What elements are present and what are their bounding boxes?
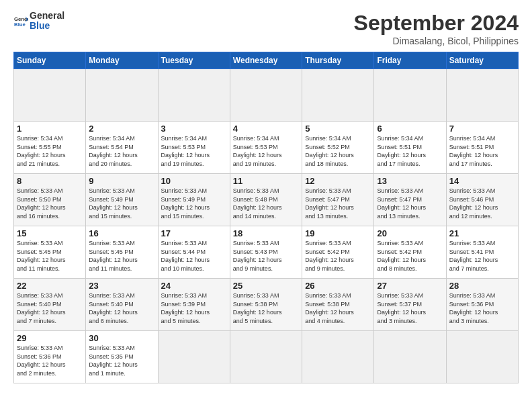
calendar-cell: 13Sunrise: 5:33 AM Sunset: 5:47 PM Dayli… (374, 174, 446, 226)
day-number: 18 (233, 228, 299, 238)
day-info: Sunrise: 5:33 AM Sunset: 5:37 PM Dayligh… (377, 291, 443, 325)
calendar-cell (374, 331, 446, 383)
weekday-header: SundayMondayTuesdayWednesdayThursdayFrid… (14, 52, 519, 69)
calendar-week-row: 22Sunrise: 5:33 AM Sunset: 5:40 PM Dayli… (14, 279, 519, 331)
day-number: 7 (449, 124, 515, 134)
calendar-cell: 19Sunrise: 5:33 AM Sunset: 5:42 PM Dayli… (302, 226, 374, 279)
calendar-cell: 2Sunrise: 5:34 AM Sunset: 5:54 PM Daylig… (86, 122, 158, 174)
calendar-cell: 26Sunrise: 5:33 AM Sunset: 5:38 PM Dayli… (302, 279, 374, 331)
day-number: 5 (305, 124, 371, 134)
day-info: Sunrise: 5:34 AM Sunset: 5:51 PM Dayligh… (377, 134, 443, 168)
calendar-cell: 15Sunrise: 5:33 AM Sunset: 5:45 PM Dayli… (14, 226, 86, 279)
page-subtitle: Dimasalang, Bicol, Philippines (354, 36, 519, 46)
calendar-cell: 20Sunrise: 5:33 AM Sunset: 5:42 PM Dayli… (374, 226, 446, 279)
calendar-week-row: 1Sunrise: 5:34 AM Sunset: 5:55 PM Daylig… (14, 122, 519, 174)
day-info: Sunrise: 5:33 AM Sunset: 5:38 PM Dayligh… (233, 291, 299, 325)
day-info: Sunrise: 5:33 AM Sunset: 5:35 PM Dayligh… (89, 344, 154, 377)
day-number: 23 (89, 281, 154, 291)
day-info: Sunrise: 5:33 AM Sunset: 5:42 PM Dayligh… (305, 239, 371, 273)
weekday-header-cell: Thursday (302, 52, 374, 69)
day-number: 19 (305, 228, 371, 238)
day-info: Sunrise: 5:33 AM Sunset: 5:40 PM Dayligh… (17, 291, 83, 325)
calendar-week-row (14, 69, 519, 122)
calendar-cell (158, 69, 230, 122)
calendar-cell (446, 69, 518, 122)
calendar-week-row: 29Sunrise: 5:33 AM Sunset: 5:36 PM Dayli… (14, 331, 519, 383)
day-number: 1 (17, 124, 83, 134)
calendar-cell: 30Sunrise: 5:33 AM Sunset: 5:35 PM Dayli… (86, 331, 158, 383)
day-number: 12 (305, 176, 371, 186)
day-info: Sunrise: 5:33 AM Sunset: 5:38 PM Dayligh… (305, 291, 371, 325)
calendar-cell: 27Sunrise: 5:33 AM Sunset: 5:37 PM Dayli… (374, 279, 446, 331)
calendar-cell: 5Sunrise: 5:34 AM Sunset: 5:52 PM Daylig… (302, 122, 374, 174)
day-info: Sunrise: 5:33 AM Sunset: 5:49 PM Dayligh… (161, 187, 227, 220)
day-number: 9 (89, 176, 154, 186)
calendar-cell: 9Sunrise: 5:33 AM Sunset: 5:49 PM Daylig… (86, 174, 158, 226)
calendar-body: 1Sunrise: 5:34 AM Sunset: 5:55 PM Daylig… (14, 69, 519, 383)
day-info: Sunrise: 5:33 AM Sunset: 5:47 PM Dayligh… (377, 187, 443, 220)
day-number: 15 (17, 228, 83, 238)
day-info: Sunrise: 5:33 AM Sunset: 5:39 PM Dayligh… (161, 291, 227, 325)
calendar-cell: 7Sunrise: 5:34 AM Sunset: 5:51 PM Daylig… (446, 122, 518, 174)
day-number: 24 (161, 281, 227, 291)
day-info: Sunrise: 5:33 AM Sunset: 5:44 PM Dayligh… (161, 239, 227, 273)
page-title: September 2024 (354, 11, 519, 36)
day-number: 22 (17, 281, 83, 291)
day-info: Sunrise: 5:34 AM Sunset: 5:55 PM Dayligh… (17, 134, 83, 168)
calendar-week-row: 8Sunrise: 5:33 AM Sunset: 5:50 PM Daylig… (14, 174, 519, 226)
day-number: 11 (233, 176, 299, 186)
day-number: 14 (449, 176, 515, 186)
day-info: Sunrise: 5:33 AM Sunset: 5:45 PM Dayligh… (89, 239, 154, 273)
weekday-header-cell: Monday (86, 52, 158, 69)
day-number: 13 (377, 176, 443, 186)
logo: General Blue General Blue (13, 11, 64, 32)
calendar-cell: 11Sunrise: 5:33 AM Sunset: 5:48 PM Dayli… (230, 174, 302, 226)
calendar-cell: 25Sunrise: 5:33 AM Sunset: 5:38 PM Dayli… (230, 279, 302, 331)
logo-blue: Blue (30, 21, 64, 31)
day-number: 29 (17, 333, 83, 343)
day-info: Sunrise: 5:33 AM Sunset: 5:49 PM Dayligh… (89, 187, 154, 220)
day-info: Sunrise: 5:33 AM Sunset: 5:40 PM Dayligh… (89, 291, 154, 325)
calendar-cell: 3Sunrise: 5:34 AM Sunset: 5:53 PM Daylig… (158, 122, 230, 174)
calendar-cell: 21Sunrise: 5:33 AM Sunset: 5:41 PM Dayli… (446, 226, 518, 279)
day-number: 30 (89, 333, 154, 343)
calendar-table: SundayMondayTuesdayWednesdayThursdayFrid… (13, 52, 519, 383)
day-info: Sunrise: 5:33 AM Sunset: 5:36 PM Dayligh… (449, 291, 515, 325)
calendar-cell (14, 69, 86, 122)
day-number: 26 (305, 281, 371, 291)
day-info: Sunrise: 5:34 AM Sunset: 5:51 PM Dayligh… (449, 134, 515, 168)
day-info: Sunrise: 5:34 AM Sunset: 5:53 PM Dayligh… (233, 134, 299, 168)
calendar-cell (158, 331, 230, 383)
day-number: 2 (89, 124, 154, 134)
svg-text:Blue: Blue (14, 21, 26, 28)
calendar-cell: 8Sunrise: 5:33 AM Sunset: 5:50 PM Daylig… (14, 174, 86, 226)
calendar-cell: 6Sunrise: 5:34 AM Sunset: 5:51 PM Daylig… (374, 122, 446, 174)
calendar-cell (86, 69, 158, 122)
calendar-cell: 12Sunrise: 5:33 AM Sunset: 5:47 PM Dayli… (302, 174, 374, 226)
calendar-cell: 4Sunrise: 5:34 AM Sunset: 5:53 PM Daylig… (230, 122, 302, 174)
weekday-header-cell: Tuesday (158, 52, 230, 69)
calendar-cell: 22Sunrise: 5:33 AM Sunset: 5:40 PM Dayli… (14, 279, 86, 331)
day-info: Sunrise: 5:33 AM Sunset: 5:45 PM Dayligh… (17, 239, 83, 273)
day-number: 3 (161, 124, 227, 134)
weekday-header-cell: Wednesday (230, 52, 302, 69)
calendar-cell: 16Sunrise: 5:33 AM Sunset: 5:45 PM Dayli… (86, 226, 158, 279)
day-info: Sunrise: 5:33 AM Sunset: 5:48 PM Dayligh… (233, 187, 299, 220)
calendar-cell (446, 331, 518, 383)
weekday-header-cell: Sunday (14, 52, 86, 69)
day-number: 17 (161, 228, 227, 238)
day-number: 27 (377, 281, 443, 291)
calendar-cell (302, 69, 374, 122)
day-number: 25 (233, 281, 299, 291)
day-info: Sunrise: 5:33 AM Sunset: 5:50 PM Dayligh… (17, 187, 83, 220)
day-number: 21 (449, 228, 515, 238)
calendar-cell (374, 69, 446, 122)
day-info: Sunrise: 5:33 AM Sunset: 5:43 PM Dayligh… (233, 239, 299, 273)
day-number: 28 (449, 281, 515, 291)
calendar-cell: 29Sunrise: 5:33 AM Sunset: 5:36 PM Dayli… (14, 331, 86, 383)
calendar-cell: 24Sunrise: 5:33 AM Sunset: 5:39 PM Dayli… (158, 279, 230, 331)
calendar-week-row: 15Sunrise: 5:33 AM Sunset: 5:45 PM Dayli… (14, 226, 519, 279)
day-number: 6 (377, 124, 443, 134)
day-number: 20 (377, 228, 443, 238)
day-info: Sunrise: 5:33 AM Sunset: 5:36 PM Dayligh… (17, 344, 83, 377)
